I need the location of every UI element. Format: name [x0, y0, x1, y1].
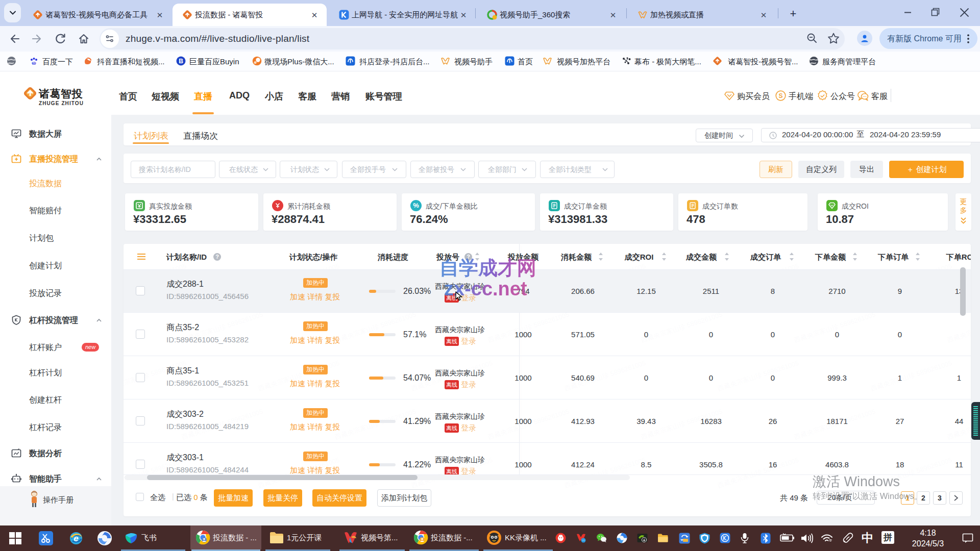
svg-text:e: e [74, 534, 78, 543]
svg-text:du: du [32, 61, 35, 64]
svg-text:B: B [179, 58, 183, 65]
svg-text:S: S [778, 92, 782, 99]
